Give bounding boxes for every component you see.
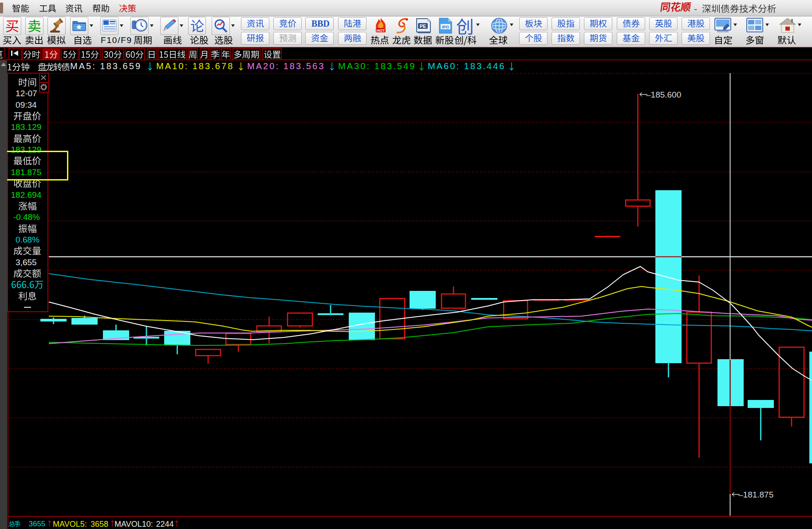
- svg-text:IPO: IPO: [442, 25, 449, 29]
- svg-text:PE: PE: [420, 24, 426, 29]
- svg-text:HOT: HOT: [377, 28, 386, 33]
